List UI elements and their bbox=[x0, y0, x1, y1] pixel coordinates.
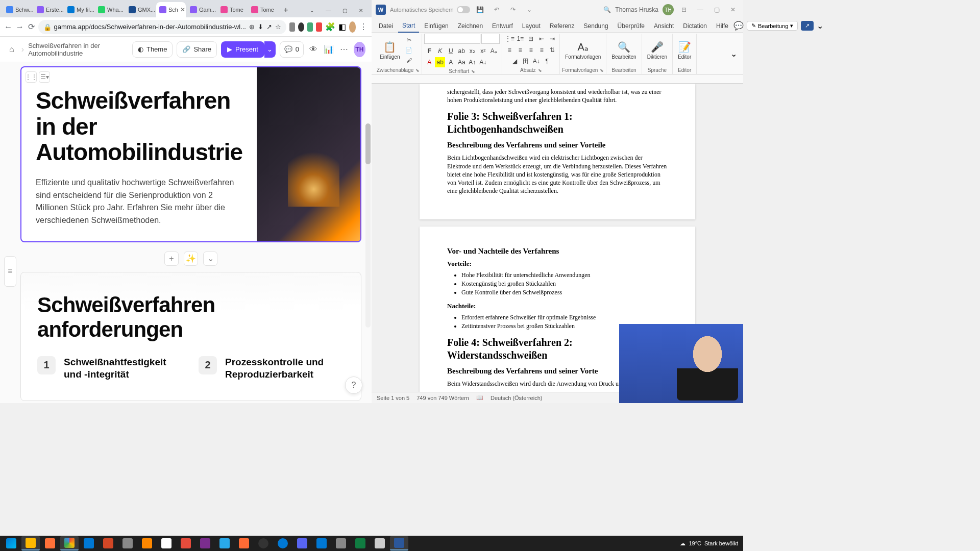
taskbar-item[interactable] bbox=[118, 536, 137, 550]
tab-ueberpruefen[interactable]: Überprüfe bbox=[614, 19, 649, 33]
cut-icon[interactable]: ✂ bbox=[404, 35, 414, 44]
taskbar-item[interactable] bbox=[293, 536, 311, 550]
paragraph[interactable]: sichergestellt, dass jeder Schweißvorgan… bbox=[447, 88, 668, 104]
insights-icon[interactable]: 👁 bbox=[308, 42, 319, 57]
increase-indent-icon[interactable]: ⇥ bbox=[547, 34, 557, 44]
browser-tab[interactable]: Erste... bbox=[34, 2, 63, 17]
editing-button[interactable]: 🔍Bearbeiten bbox=[608, 40, 639, 61]
start-button[interactable] bbox=[2, 536, 20, 550]
font-color-icon[interactable]: A bbox=[424, 57, 434, 67]
tab-sendungen[interactable]: Sendung bbox=[580, 19, 612, 33]
present-button[interactable]: ▶Present bbox=[221, 41, 264, 58]
close-button[interactable]: ✕ bbox=[353, 3, 369, 17]
tab-zeichnen[interactable]: Zeichnen bbox=[454, 19, 487, 33]
dialog-launcher-icon[interactable]: ⬊ bbox=[471, 69, 475, 74]
bullets-icon[interactable]: ⋮≡ bbox=[504, 34, 514, 44]
format-painter-icon[interactable]: 🖌 bbox=[404, 56, 414, 65]
taskbar-item[interactable] bbox=[41, 536, 59, 550]
heading-2[interactable]: Vor- und Nachteile des Verfahrens bbox=[447, 247, 668, 256]
font-size-select[interactable] bbox=[481, 34, 500, 44]
share-button[interactable]: 🔗Share bbox=[177, 41, 217, 58]
home-icon[interactable]: ⌂ bbox=[6, 42, 17, 57]
line-spacing-icon[interactable]: ⇅ bbox=[547, 45, 557, 55]
close-button[interactable]: ✕ bbox=[727, 4, 739, 16]
styles-button[interactable]: AₐFormatvorlagen bbox=[562, 40, 604, 61]
share-icon[interactable]: ↗ bbox=[266, 23, 272, 31]
align-left-icon[interactable]: ≡ bbox=[504, 45, 514, 55]
align-center-icon[interactable]: ≡ bbox=[515, 45, 525, 55]
autosave-toggle[interactable]: Automatisches Speichern bbox=[390, 6, 470, 13]
tab-entwurf[interactable]: Entwurf bbox=[488, 19, 517, 33]
editor-button[interactable]: 📝Editor bbox=[675, 40, 694, 61]
shading-icon[interactable]: ◢ bbox=[510, 56, 520, 66]
extension-icon[interactable] bbox=[307, 22, 313, 32]
translate-icon[interactable]: ⊕ bbox=[249, 23, 255, 31]
taskbar-item[interactable] bbox=[138, 536, 156, 550]
reload-button[interactable]: ⟳ bbox=[27, 20, 35, 34]
editing-mode-button[interactable]: ✎Bearbeitung▾ bbox=[747, 21, 798, 31]
slide-title[interactable]: Schweißverfahren in der Automobilindustr… bbox=[36, 88, 242, 165]
clear-format-icon[interactable]: Aₐ bbox=[488, 46, 499, 56]
underline-button[interactable]: U bbox=[446, 46, 456, 56]
decrease-indent-icon[interactable]: ⇤ bbox=[536, 34, 547, 44]
taskbar-item[interactable] bbox=[60, 536, 79, 550]
undo-icon[interactable]: ↶ bbox=[491, 4, 503, 16]
strikethrough-button[interactable]: ab bbox=[456, 46, 467, 56]
heading-2[interactable]: Beschreibung des Verfahrens und seiner V… bbox=[447, 141, 668, 149]
taskbar-item[interactable] bbox=[274, 536, 292, 550]
dialog-launcher-icon[interactable]: ⬊ bbox=[415, 68, 420, 73]
sidepanel-icon[interactable]: ◧ bbox=[338, 21, 346, 33]
window-control[interactable]: — bbox=[694, 4, 706, 16]
maximize-button[interactable]: ▢ bbox=[337, 3, 352, 17]
shrink-font-icon[interactable]: A↓ bbox=[478, 57, 488, 67]
taskbar-item[interactable] bbox=[215, 536, 234, 550]
bullet-list[interactable]: Hohe Flexibilität für unterschiedliche A… bbox=[461, 271, 668, 296]
tab-hilfe[interactable]: Hilfe bbox=[712, 19, 732, 33]
multilevel-list-icon[interactable]: ⊟ bbox=[526, 34, 536, 44]
comments-icon[interactable]: 💬 bbox=[733, 21, 744, 31]
justify-icon[interactable]: ≡ bbox=[536, 45, 547, 55]
add-card-button[interactable]: + bbox=[164, 252, 179, 266]
analytics-icon[interactable]: 📊 bbox=[323, 42, 334, 57]
tab-referenzen[interactable]: Referenz bbox=[546, 19, 579, 33]
save-icon[interactable]: 💾 bbox=[474, 4, 486, 16]
extension-icon[interactable] bbox=[298, 22, 304, 32]
taskbar-item[interactable] bbox=[390, 536, 408, 550]
taskbar-item[interactable] bbox=[254, 536, 273, 550]
gamma-canvas[interactable]: ≡ ⋮⋮ ☰▾ Schweißverfahren in der Automobi… bbox=[0, 62, 372, 403]
ai-card-button[interactable]: ✨ bbox=[184, 252, 198, 266]
slide-title[interactable]: Schweißverfahren anforderungen bbox=[37, 293, 345, 342]
bookmark-icon[interactable]: ☆ bbox=[275, 23, 281, 31]
borders-icon[interactable]: 田 bbox=[521, 56, 531, 66]
address-bar[interactable]: 🔒 gamma.app/docs/Schweiverfahren-in-der-… bbox=[38, 20, 286, 34]
browser-tab[interactable]: Tome bbox=[248, 2, 278, 17]
slide-body[interactable]: Effiziente und qualitativ hochwertige Sc… bbox=[36, 177, 242, 227]
user-avatar[interactable]: TH bbox=[663, 4, 674, 15]
taskbar-item[interactable] bbox=[99, 536, 117, 550]
dialog-launcher-icon[interactable]: ⬊ bbox=[538, 68, 542, 73]
word-count[interactable]: 749 von 749 Wörtern bbox=[416, 395, 469, 401]
window-control[interactable]: ▢ bbox=[710, 4, 723, 16]
ruler[interactable] bbox=[372, 74, 743, 84]
slide-card[interactable]: Schweißverfahren anforderungen 1 Schweiß… bbox=[20, 272, 361, 402]
grow-font-icon[interactable]: A↑ bbox=[467, 57, 477, 67]
tab-ansicht[interactable]: Ansicht bbox=[650, 19, 678, 33]
new-tab-button[interactable]: + bbox=[279, 3, 293, 17]
column-heading[interactable]: Schweißnahtfestigkeit und -integrität bbox=[64, 356, 183, 381]
taskbar-item[interactable] bbox=[177, 536, 195, 550]
show-marks-icon[interactable]: ¶ bbox=[542, 56, 552, 66]
help-button[interactable]: ? bbox=[345, 377, 362, 394]
taskbar-item[interactable] bbox=[157, 536, 176, 550]
browser-tab-active[interactable]: Sch✕ bbox=[156, 2, 186, 17]
qat-dropdown-icon[interactable]: ⌄ bbox=[523, 4, 535, 16]
sidebar-toggle[interactable]: ≡ bbox=[4, 256, 16, 287]
document-page[interactable]: sichergestellt, dass jeder Schweißvorgan… bbox=[420, 84, 695, 219]
taskbar-item[interactable] bbox=[312, 536, 331, 550]
scrollbar-thumb[interactable] bbox=[365, 123, 371, 164]
browser-tab[interactable]: Schw... bbox=[3, 2, 33, 17]
heading-1[interactable]: Folie 3: Schweißverfahren 1: Lichtbogenh… bbox=[447, 110, 668, 136]
list-item[interactable]: Kostengünstig bei großen Stückzahlen bbox=[461, 280, 668, 288]
extension-icon[interactable] bbox=[316, 22, 322, 32]
extensions-menu-icon[interactable]: 🧩 bbox=[325, 21, 335, 33]
card-options-icon[interactable]: ☰▾ bbox=[39, 71, 50, 83]
